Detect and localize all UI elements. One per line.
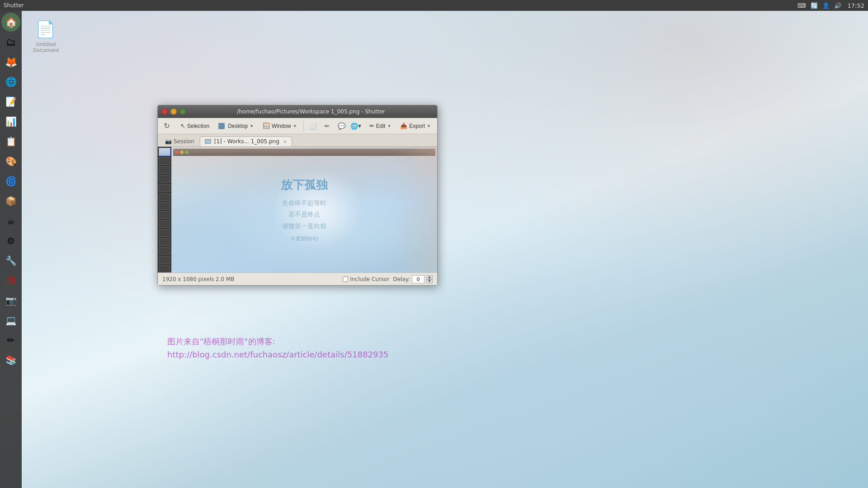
refresh-button[interactable]: ↻: [160, 120, 173, 132]
people-tray-icon[interactable]: 👤: [822, 2, 830, 9]
edit-dropdown-arrow: ▼: [387, 124, 391, 128]
draw-tool-icon: ✏: [324, 122, 330, 130]
terminal-icon: 💻: [5, 315, 17, 326]
globe-button[interactable]: 🌐 ▼: [349, 120, 362, 132]
selection-button[interactable]: ↖ Selection: [177, 121, 213, 131]
thumbnail-14[interactable]: [159, 265, 170, 272]
dock-item-opera[interactable]: Ⓞ: [1, 271, 20, 290]
thumbnail-9[interactable]: [159, 220, 170, 228]
desktop-credit-text: 图片来自"梧桐那时雨"的博客: http://blog.csdn.net/fuc…: [167, 335, 388, 361]
thumbnail-6[interactable]: [159, 193, 170, 201]
application-dock: 🏠 🗂 🦊 🌐 📝 📊 📋 🎨 🌀 📦 ☕: [0, 11, 22, 488]
draw-icon: 🎨: [5, 156, 17, 167]
crop-button[interactable]: ⬜: [307, 120, 319, 132]
edit-button[interactable]: ✏ Edit ▼: [366, 121, 395, 131]
desktop-icon-untitled[interactable]: 📄 Untitled Document: [27, 18, 63, 54]
export-button[interactable]: 📤 Export ▼: [396, 121, 434, 131]
top-panel-right: ⌨ 🔄 👤 🔊 17:52: [797, 2, 864, 9]
window-label: Window: [272, 123, 291, 129]
files-icon: 🗂: [6, 37, 16, 48]
desktop-icon-label: Untitled Document: [29, 41, 61, 52]
thumbnail-13[interactable]: [159, 256, 170, 264]
dock-item-firefox[interactable]: 🦊: [1, 52, 20, 71]
window-title-text: /home/fuchao/Pictures/Workspace 1_005.pn…: [189, 108, 434, 115]
dock-item-calc[interactable]: 📊: [1, 112, 20, 131]
dock-item-chrome[interactable]: 🌐: [1, 72, 20, 91]
thumbnail-1[interactable]: [159, 148, 170, 156]
window-capture-button[interactable]: 🪟 Window ▼: [259, 121, 301, 131]
window-icon-toolbar: 🪟: [263, 122, 270, 129]
thumbnail-4[interactable]: [159, 175, 170, 183]
dock-item-impress[interactable]: 📋: [1, 132, 20, 151]
tab-active-screenshot[interactable]: [1] - Works... 1_005.png ×: [200, 136, 292, 146]
globe-icon: 🌐: [350, 122, 358, 130]
tool-icon: 🔧: [5, 255, 17, 266]
dock-item-draw[interactable]: 🎨: [1, 152, 20, 171]
thumbnail-2[interactable]: [159, 157, 170, 165]
window-minimize-button[interactable]: [170, 108, 177, 115]
status-right-controls: Include Cursor Delay: ▲ ▼: [343, 275, 433, 283]
highlight-icon: 💬: [338, 122, 345, 130]
globe-dropdown-arrow: ▼: [358, 124, 361, 128]
delay-increment-button[interactable]: ▲: [426, 275, 433, 279]
draw-tool-button[interactable]: ✏: [321, 120, 333, 132]
delay-decrement-button[interactable]: ▼: [426, 279, 433, 283]
tab-thumbnail-icon: [205, 139, 211, 144]
inner-close-btn: [175, 150, 179, 154]
thumbnail-3[interactable]: [159, 166, 170, 174]
dock-item-shutter[interactable]: 📷: [1, 291, 20, 310]
dock-item-ide[interactable]: ☕: [1, 211, 20, 230]
tab-session[interactable]: 📷 Session: [160, 136, 199, 146]
thumbnail-5[interactable]: [159, 184, 170, 192]
thumbnail-10[interactable]: [159, 229, 170, 237]
include-cursor-label: Include Cursor: [350, 276, 389, 282]
dock-item-home[interactable]: 🏠: [1, 13, 20, 32]
status-bar: 868 x 488 pixels 2.0 MB Include Cursor…: [158, 272, 437, 285]
desktop-button[interactable]: Desktop ▼: [215, 122, 257, 131]
thumbnail-8[interactable]: [159, 211, 170, 219]
window-title-bar: /home/fuchao/Pictures/Workspace 1_005.pn…: [158, 105, 437, 118]
opera-icon: Ⓞ: [6, 275, 15, 287]
dock-item-pen[interactable]: ✏: [1, 331, 20, 350]
inner-window-titlebar: [173, 149, 435, 156]
delay-label: Delay:: [393, 276, 410, 282]
include-cursor-checkbox[interactable]: [343, 277, 348, 282]
export-icon: 📤: [400, 122, 407, 129]
dock-item-files[interactable]: 🗂: [1, 33, 20, 52]
dock-item-writer[interactable]: 📝: [1, 92, 20, 111]
dock-item-theme[interactable]: 🌀: [1, 172, 20, 191]
screenshot-area: 放下孤独 生命终不起等时 若不是终点 请微笑一直向前 ©爱望纸HD: [158, 147, 437, 272]
keyboard-tray-icon[interactable]: ⌨: [797, 2, 806, 9]
firefox-icon: 🦊: [5, 56, 17, 68]
edit-icon: ✏: [369, 122, 374, 129]
desktop-icon-toolbar: [218, 123, 225, 129]
highlight-button[interactable]: 💬: [335, 120, 348, 132]
dock-item-stack[interactable]: 📚: [1, 351, 20, 370]
screenshot-main-text: 放下孤独: [281, 177, 328, 193]
session-label: Session: [174, 138, 194, 145]
thumbnail-panel: [158, 147, 171, 272]
ide-icon: ☕: [7, 216, 15, 226]
thumbnail-12[interactable]: [159, 247, 170, 255]
inner-min-btn: [180, 150, 184, 154]
top-panel: Shutter ⌨ 🔄 👤 🔊 17:52: [0, 0, 868, 11]
dock-item-settings[interactable]: ⚙: [1, 231, 20, 250]
thumbnail-7[interactable]: [159, 202, 170, 210]
desktop-icons-area: 📄 Untitled Document: [27, 18, 63, 54]
desktop-dropdown-arrow: ▼: [250, 124, 254, 128]
writer-icon: 📝: [5, 96, 17, 107]
screenshot-line2: 若不是终点: [281, 209, 328, 220]
window-maximize-button[interactable]: [179, 108, 186, 115]
volume-tray-icon[interactable]: 🔊: [834, 2, 841, 9]
tab-close-button[interactable]: ×: [283, 139, 287, 145]
window-close-button[interactable]: [161, 108, 168, 115]
dock-item-tool[interactable]: 🔧: [1, 251, 20, 270]
top-panel-left: Shutter: [4, 2, 24, 9]
dock-item-terminal[interactable]: 💻: [1, 311, 20, 330]
sync-tray-icon[interactable]: 🔄: [811, 2, 818, 9]
active-tab-label: [1] - Works... 1_005.png: [214, 138, 279, 145]
thumbnail-11[interactable]: [159, 238, 170, 246]
screenshot-canvas[interactable]: 放下孤独 生命终不起等时 若不是终点 请微笑一直向前 ©爱望纸HD: [171, 147, 437, 272]
delay-input[interactable]: [412, 275, 425, 283]
dock-item-amazon[interactable]: 📦: [1, 192, 20, 211]
